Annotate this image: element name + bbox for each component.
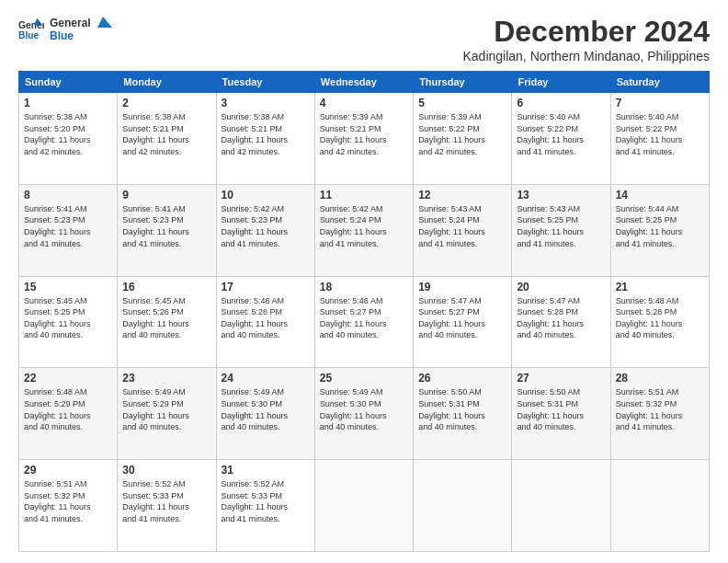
title-block: December 2024 Kadingilan, Northern Minda… [462, 15, 710, 63]
day-number: 4 [320, 97, 408, 109]
day-info: Sunrise: 5:38 AMSunset: 5:21 PMDaylight:… [122, 111, 210, 157]
main-title: December 2024 [462, 15, 710, 49]
calendar-week-3: 15Sunrise: 5:45 AMSunset: 5:25 PMDayligh… [19, 276, 710, 368]
day-info: Sunrise: 5:38 AMSunset: 5:21 PMDaylight:… [222, 111, 310, 157]
day-info: Sunrise: 5:40 AMSunset: 5:22 PMDaylight:… [517, 111, 605, 157]
table-row: 29Sunrise: 5:51 AMSunset: 5:32 PMDayligh… [19, 460, 118, 552]
day-info: Sunrise: 5:47 AMSunset: 5:27 PMDaylight:… [418, 295, 506, 341]
day-number: 31 [222, 464, 310, 477]
col-saturday: Saturday [610, 72, 709, 93]
table-row: 28Sunrise: 5:51 AMSunset: 5:32 PMDayligh… [610, 368, 709, 460]
logo: General Blue General Blue [18, 15, 114, 44]
subtitle: Kadingilan, Northern Mindanao, Philippin… [462, 49, 710, 63]
day-number: 27 [517, 372, 605, 385]
day-number: 7 [616, 97, 704, 109]
day-info: Sunrise: 5:40 AMSunset: 5:22 PMDaylight:… [616, 111, 704, 157]
table-row: 2Sunrise: 5:38 AMSunset: 5:21 PMDaylight… [118, 93, 216, 185]
col-friday: Friday [512, 72, 610, 93]
day-info: Sunrise: 5:48 AMSunset: 5:28 PMDaylight:… [616, 295, 704, 341]
day-info: Sunrise: 5:50 AMSunset: 5:31 PMDaylight:… [517, 386, 605, 432]
day-number: 6 [517, 97, 605, 109]
day-number: 13 [517, 189, 605, 201]
day-info: Sunrise: 5:38 AMSunset: 5:20 PMDaylight:… [24, 111, 112, 157]
svg-text:General: General [18, 20, 44, 30]
day-info: Sunrise: 5:41 AMSunset: 5:23 PMDaylight:… [24, 203, 112, 249]
table-row: 25Sunrise: 5:49 AMSunset: 5:30 PMDayligh… [314, 368, 413, 460]
day-info: Sunrise: 5:51 AMSunset: 5:32 PMDaylight:… [616, 386, 704, 432]
day-info: Sunrise: 5:51 AMSunset: 5:32 PMDaylight:… [24, 478, 112, 524]
table-row: 22Sunrise: 5:48 AMSunset: 5:29 PMDayligh… [19, 368, 118, 460]
day-info: Sunrise: 5:50 AMSunset: 5:31 PMDaylight:… [418, 386, 506, 432]
day-info: Sunrise: 5:47 AMSunset: 5:28 PMDaylight:… [517, 295, 605, 341]
table-row: 1Sunrise: 5:38 AMSunset: 5:20 PMDaylight… [19, 93, 118, 185]
day-info: Sunrise: 5:49 AMSunset: 5:30 PMDaylight:… [320, 386, 408, 432]
day-number: 23 [122, 372, 210, 385]
svg-marker-5 [97, 17, 112, 28]
svg-text:Blue: Blue [50, 29, 74, 42]
calendar-week-5: 29Sunrise: 5:51 AMSunset: 5:32 PMDayligh… [19, 460, 710, 552]
day-info: Sunrise: 5:43 AMSunset: 5:24 PMDaylight:… [418, 203, 506, 249]
table-row: 9Sunrise: 5:41 AMSunset: 5:23 PMDaylight… [118, 184, 216, 276]
calendar-week-2: 8Sunrise: 5:41 AMSunset: 5:23 PMDaylight… [19, 184, 710, 276]
table-row: 15Sunrise: 5:45 AMSunset: 5:25 PMDayligh… [19, 276, 118, 368]
day-number: 19 [418, 281, 506, 293]
day-number: 11 [320, 189, 408, 201]
table-row [414, 460, 512, 552]
col-thursday: Thursday [414, 72, 512, 93]
table-row: 8Sunrise: 5:41 AMSunset: 5:23 PMDaylight… [19, 184, 118, 276]
table-row: 26Sunrise: 5:50 AMSunset: 5:31 PMDayligh… [414, 368, 512, 460]
table-row: 17Sunrise: 5:46 AMSunset: 5:26 PMDayligh… [216, 276, 314, 368]
day-info: Sunrise: 5:45 AMSunset: 5:25 PMDaylight:… [24, 295, 112, 341]
calendar-table: Sunday Monday Tuesday Wednesday Thursday… [18, 71, 710, 552]
day-number: 9 [122, 189, 210, 201]
day-info: Sunrise: 5:43 AMSunset: 5:25 PMDaylight:… [517, 203, 605, 249]
day-info: Sunrise: 5:44 AMSunset: 5:25 PMDaylight:… [616, 203, 704, 249]
day-number: 5 [418, 97, 506, 109]
col-wednesday: Wednesday [314, 72, 413, 93]
table-row: 30Sunrise: 5:52 AMSunset: 5:33 PMDayligh… [118, 460, 216, 552]
table-row: 7Sunrise: 5:40 AMSunset: 5:22 PMDaylight… [610, 93, 709, 185]
day-number: 26 [418, 372, 506, 385]
day-number: 28 [616, 372, 704, 385]
day-number: 29 [24, 464, 112, 477]
col-monday: Monday [118, 72, 216, 93]
table-row: 13Sunrise: 5:43 AMSunset: 5:25 PMDayligh… [512, 184, 610, 276]
day-number: 10 [222, 189, 310, 201]
col-sunday: Sunday [19, 72, 118, 93]
table-row: 20Sunrise: 5:47 AMSunset: 5:28 PMDayligh… [512, 276, 610, 368]
day-info: Sunrise: 5:41 AMSunset: 5:23 PMDaylight:… [122, 203, 210, 249]
day-number: 18 [320, 281, 408, 293]
svg-text:Blue: Blue [18, 30, 40, 40]
day-info: Sunrise: 5:49 AMSunset: 5:30 PMDaylight:… [222, 386, 310, 432]
day-number: 21 [616, 281, 704, 293]
table-row: 23Sunrise: 5:49 AMSunset: 5:29 PMDayligh… [118, 368, 216, 460]
day-number: 16 [122, 281, 210, 293]
col-tuesday: Tuesday [216, 72, 314, 93]
calendar-week-4: 22Sunrise: 5:48 AMSunset: 5:29 PMDayligh… [19, 368, 710, 460]
day-number: 3 [222, 97, 310, 109]
header: General Blue General Blue December 2024 … [18, 15, 710, 63]
table-row: 6Sunrise: 5:40 AMSunset: 5:22 PMDaylight… [512, 93, 610, 185]
table-row [314, 460, 413, 552]
table-row: 14Sunrise: 5:44 AMSunset: 5:25 PMDayligh… [610, 184, 709, 276]
day-number: 20 [517, 281, 605, 293]
day-info: Sunrise: 5:52 AMSunset: 5:33 PMDaylight:… [222, 478, 310, 524]
table-row: 31Sunrise: 5:52 AMSunset: 5:33 PMDayligh… [216, 460, 314, 552]
table-row: 18Sunrise: 5:46 AMSunset: 5:27 PMDayligh… [314, 276, 413, 368]
day-info: Sunrise: 5:52 AMSunset: 5:33 PMDaylight:… [122, 478, 210, 524]
day-number: 8 [24, 189, 112, 201]
day-number: 15 [24, 281, 112, 293]
day-info: Sunrise: 5:45 AMSunset: 5:26 PMDaylight:… [122, 295, 210, 341]
table-row: 24Sunrise: 5:49 AMSunset: 5:30 PMDayligh… [216, 368, 314, 460]
day-number: 25 [320, 372, 408, 385]
day-number: 17 [222, 281, 310, 293]
table-row: 11Sunrise: 5:42 AMSunset: 5:24 PMDayligh… [314, 184, 413, 276]
calendar-header-row: Sunday Monday Tuesday Wednesday Thursday… [19, 72, 710, 93]
table-row [512, 460, 610, 552]
table-row: 21Sunrise: 5:48 AMSunset: 5:28 PMDayligh… [610, 276, 709, 368]
day-info: Sunrise: 5:49 AMSunset: 5:29 PMDaylight:… [122, 386, 210, 432]
day-info: Sunrise: 5:42 AMSunset: 5:23 PMDaylight:… [222, 203, 310, 249]
day-info: Sunrise: 5:39 AMSunset: 5:21 PMDaylight:… [320, 111, 408, 157]
table-row: 3Sunrise: 5:38 AMSunset: 5:21 PMDaylight… [216, 93, 314, 185]
page: General Blue General Blue December 2024 … [0, 0, 728, 563]
